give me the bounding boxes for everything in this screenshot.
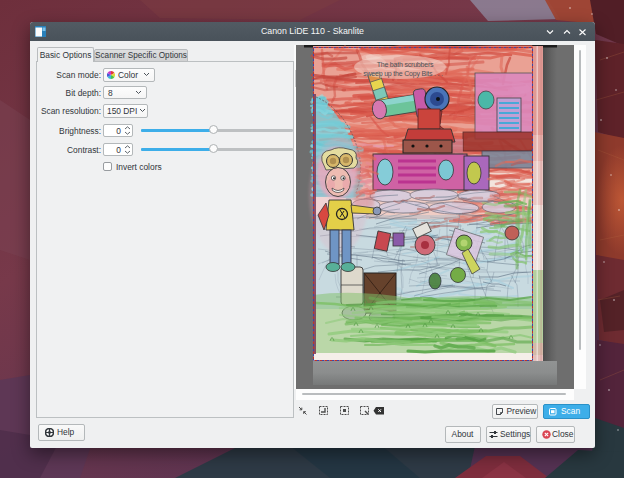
- svg-text:sweep up the Copy Bits . . .: sweep up the Copy Bits . . .: [363, 70, 443, 78]
- svg-text:The bath scrubbers: The bath scrubbers: [377, 61, 434, 68]
